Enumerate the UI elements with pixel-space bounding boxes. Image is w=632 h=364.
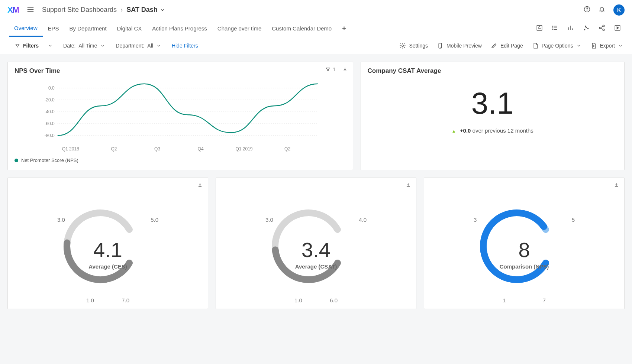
scatter-icon[interactable]	[583, 25, 590, 32]
svg-point-4	[552, 27, 553, 28]
svg-text:-20.0: -20.0	[44, 97, 55, 103]
chevron-down-icon	[618, 43, 623, 48]
gauge-card-1: 3.4Average (CSAT) 3.0 4.0 1.0 6.0	[216, 178, 416, 309]
nps-over-time-card: NPS Over Time 1 0.0-20.0-40.0-60.0-80.0Q…	[7, 62, 353, 170]
tab-digital-cx[interactable]: Digital CX	[112, 20, 147, 37]
tab-change-over-time[interactable]: Change over time	[212, 20, 267, 37]
svg-text:Q1 2019: Q1 2019	[235, 146, 252, 152]
trend-up-icon: ▲	[452, 129, 456, 134]
tab-overview[interactable]: Overview	[9, 20, 43, 37]
help-icon[interactable]	[584, 6, 590, 14]
filters-toggle[interactable]: Filters	[15, 43, 53, 49]
mobile-preview-label: Mobile Preview	[446, 43, 482, 49]
play-icon[interactable]	[614, 25, 621, 32]
svg-point-5	[552, 29, 553, 30]
csat-delta-value: +0.0	[460, 127, 471, 134]
tab-action-plans-progress[interactable]: Action Plans Progress	[147, 20, 212, 37]
export-label: Export	[600, 43, 615, 49]
list-icon[interactable]	[552, 25, 558, 32]
chevron-down-icon	[48, 43, 53, 48]
gauge-scale-br: 7	[543, 297, 546, 303]
gauge-card-0: 4.1Average (CES) 3.0 5.0 1.0 7.0	[7, 178, 208, 309]
svg-text:Q3: Q3	[154, 146, 160, 152]
download-button[interactable]	[614, 182, 619, 188]
tab-by-department[interactable]: By Department	[64, 20, 112, 37]
breadcrumb-separator: ›	[120, 6, 123, 14]
svg-point-14	[402, 45, 404, 46]
download-icon	[406, 182, 411, 188]
hide-filters-button[interactable]: Hide Filters	[172, 43, 198, 49]
svg-point-1	[587, 10, 587, 11]
filter-department[interactable]: Department: All	[116, 43, 161, 49]
chevron-down-icon	[156, 43, 161, 48]
gauge-scale-bl: 1	[503, 297, 506, 303]
svg-text:0.0: 0.0	[48, 85, 55, 91]
filter-date-key: Date:	[63, 43, 75, 49]
logo: XM	[7, 5, 19, 15]
svg-text:Q1 2018: Q1 2018	[62, 146, 79, 152]
edit-page-label: Edit Page	[500, 43, 523, 49]
gauge-scale-bl: 1.0	[86, 297, 94, 303]
filter-date[interactable]: Date: All Time	[63, 43, 105, 49]
svg-point-9	[585, 26, 586, 26]
gauge-label: Comparison (NPS)	[500, 263, 549, 270]
download-icon	[342, 67, 348, 72]
breadcrumb-parent[interactable]: Support Site Dashboards	[42, 6, 117, 14]
tab-custom-calendar-demo[interactable]: Custom Calendar Demo	[267, 20, 337, 37]
svg-text:Q2: Q2	[111, 146, 117, 152]
svg-text:-80.0: -80.0	[44, 133, 55, 138]
gauge-label: Average (CES)	[88, 263, 127, 270]
svg-text:Q4: Q4	[198, 146, 204, 152]
gauge-value: 4.1	[93, 238, 122, 262]
gauge: 3.4Average (CSAT) 3.0 4.0 1.0 6.0	[268, 205, 364, 302]
export-button[interactable]: Export	[590, 42, 623, 49]
svg-point-8	[587, 28, 588, 29]
settings-label: Settings	[409, 43, 428, 49]
gauge-card-2: 8Comparison (NPS) 3 5 1 7	[424, 178, 625, 309]
svg-point-6	[584, 29, 585, 30]
bell-icon[interactable]	[599, 6, 605, 14]
gauge-scale-tl: 3.0	[57, 217, 65, 223]
page-options-label: Page Options	[542, 43, 573, 49]
filters-label: Filters	[23, 43, 39, 49]
svg-point-7	[586, 27, 587, 27]
page-options-button[interactable]: Page Options	[532, 42, 581, 49]
filter-dept-key: Department:	[116, 43, 144, 49]
settings-button[interactable]: Settings	[399, 42, 428, 49]
svg-point-11	[599, 27, 601, 29]
tab-eps[interactable]: EPS	[43, 20, 64, 37]
filter-date-value: All Time	[78, 43, 97, 49]
mobile-preview-button[interactable]: Mobile Preview	[437, 42, 482, 49]
download-icon	[614, 182, 619, 188]
breadcrumb: Support Site Dashboards › SAT Dash	[42, 6, 165, 14]
share-icon[interactable]	[599, 25, 605, 32]
card-title: Company CSAT Average	[368, 67, 618, 75]
export-icon	[590, 42, 597, 49]
nps-line-chart: 0.0-20.0-40.0-60.0-80.0Q1 2018Q2Q3Q4Q1 2…	[14, 78, 346, 154]
gauge-label: Average (CSAT)	[295, 263, 337, 270]
avatar[interactable]: K	[613, 4, 625, 16]
hamburger-icon[interactable]	[26, 5, 35, 14]
csat-average-card: Company CSAT Average 3.1 ▲ +0.0 over pre…	[361, 62, 625, 170]
download-button[interactable]	[197, 182, 203, 188]
bar-chart-icon[interactable]	[567, 25, 574, 32]
add-tab-button[interactable]: +	[337, 25, 351, 32]
edit-page-button[interactable]: Edit Page	[491, 42, 523, 49]
chevron-down-icon	[160, 7, 165, 13]
card-filter-indicator[interactable]: 1	[325, 66, 336, 72]
card-title: NPS Over Time	[14, 67, 346, 75]
gauge-scale-tr: 5.0	[151, 217, 158, 223]
download-button[interactable]	[406, 182, 411, 188]
mobile-icon	[437, 42, 444, 49]
csat-delta-text: over previous 12 months	[473, 127, 533, 134]
download-button[interactable]	[342, 66, 348, 72]
chart-legend: Net Promoter Score (NPS)	[14, 157, 346, 163]
breadcrumb-current[interactable]: SAT Dash	[126, 6, 165, 14]
csat-value: 3.1	[368, 86, 618, 121]
download-icon	[197, 182, 203, 188]
gauge-value: 3.4	[302, 238, 330, 262]
widget-icon[interactable]	[536, 25, 543, 32]
gauge-scale-tr: 5	[572, 217, 575, 223]
gauge: 8Comparison (NPS) 3 5 1 7	[476, 205, 573, 302]
chevron-down-icon	[576, 43, 581, 48]
